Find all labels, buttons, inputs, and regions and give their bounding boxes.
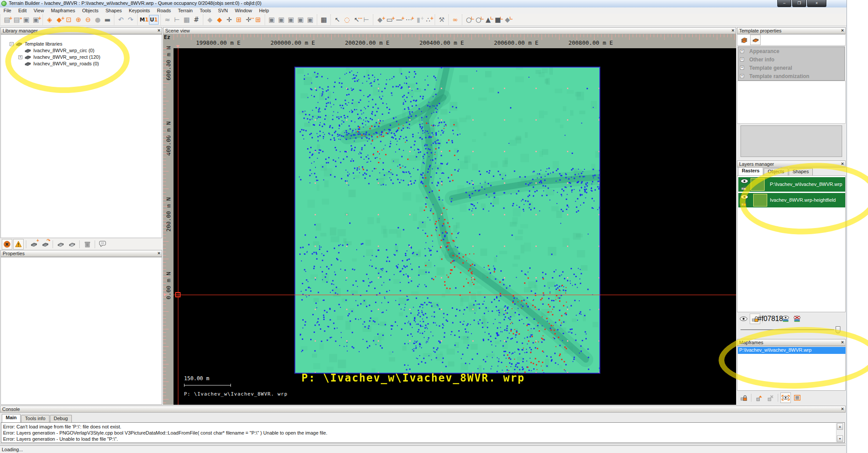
ortho-grid2-icon[interactable]: ⊞ xyxy=(253,15,263,25)
import-library-icon[interactable]: ↷ xyxy=(40,239,50,250)
mapframe-u1-icon[interactable]: U1 xyxy=(149,15,159,25)
rect-sample-icon[interactable]: ■∟ xyxy=(493,15,503,25)
layer-eye-icon[interactable] xyxy=(740,194,748,200)
survey-point-icon[interactable]: ✛ xyxy=(224,15,234,25)
library-tree-item[interactable]: Ivachev_8WVR_wrp_circ (0) xyxy=(18,47,94,54)
save-icon[interactable]: ▣ xyxy=(21,15,31,25)
scene-view-close-icon[interactable]: × xyxy=(732,28,734,33)
frame-export-icon[interactable]: ▣ xyxy=(296,15,305,25)
paint-heights-icon[interactable]: ≈ xyxy=(163,15,172,25)
add-rect-icon[interactable]: ▭+ xyxy=(385,15,394,25)
menu-svn[interactable]: SVN xyxy=(214,8,231,13)
rebuild-terrain-icon[interactable]: ⚒ xyxy=(437,15,446,25)
ruler-icon[interactable]: ⊢ xyxy=(172,15,182,25)
console-scrollbar[interactable]: ▲ ▼ xyxy=(836,423,844,442)
properties-close-icon[interactable]: × xyxy=(158,250,160,256)
menu-view[interactable]: View xyxy=(30,8,48,13)
frame-unlock-icon[interactable]: ▣ xyxy=(286,15,296,25)
pointer-icon[interactable]: ↖ xyxy=(333,15,342,25)
menu-file[interactable]: File xyxy=(0,8,15,13)
layer-lock-icon[interactable] xyxy=(741,201,747,207)
unload-library-icon[interactable] xyxy=(67,239,77,250)
mapframe-m1-icon[interactable]: M1 xyxy=(139,15,149,25)
frame-import-icon[interactable]: ▣ xyxy=(305,15,315,25)
show-all-layers-icon[interactable] xyxy=(780,314,791,324)
library-tree-item[interactable]: +Ivachev_8WVR_wrp_rect (120) xyxy=(18,54,100,60)
menu-help[interactable]: Help xyxy=(255,8,273,13)
scroll-up-icon[interactable]: ▲ xyxy=(837,423,843,430)
mapframe-delete-icon[interactable] xyxy=(765,392,776,403)
mapframe-item[interactable]: P:\Ivachev_w\Ivachev_8WVR.wrp xyxy=(738,347,846,354)
console-tab-main[interactable]: Main xyxy=(2,414,21,422)
library-tree-item[interactable]: Ivachev_8WVR_wrp_roads (0) xyxy=(18,61,99,67)
new-project-icon[interactable]: ▤+ xyxy=(2,15,12,25)
frame-lock-icon[interactable]: ▣ xyxy=(276,15,286,25)
console-tab-tools-info[interactable]: Tools info xyxy=(21,415,49,422)
terrain-sample-icon[interactable]: ▲∟ xyxy=(483,15,493,25)
attach-icon[interactable]: ∞ xyxy=(450,15,460,25)
movie-icon[interactable]: ▬ xyxy=(103,15,112,25)
mapframe-activate-icon[interactable] xyxy=(754,392,764,403)
zoom-in-icon[interactable]: ⊕ xyxy=(74,15,83,25)
template-section-appearance[interactable]: +Appearance xyxy=(738,47,844,55)
add-cube-icon[interactable]: ◆+ xyxy=(375,15,385,25)
cube-sample-icon[interactable]: ◆∟ xyxy=(503,15,512,25)
menu-mapframes[interactable]: Mapframes xyxy=(47,8,78,13)
menu-tools[interactable]: Tools xyxy=(196,8,215,13)
tab-objects[interactable]: Objects xyxy=(764,168,788,175)
template-section-template-general[interactable]: +Template general xyxy=(738,64,844,72)
cube-gray-icon[interactable]: ◆ xyxy=(205,15,215,25)
redo-icon[interactable]: ↷ xyxy=(126,15,135,25)
lasso-icon[interactable]: ◌ xyxy=(342,15,352,25)
tree-expander-icon[interactable]: − xyxy=(10,42,14,46)
menu-window[interactable]: Window xyxy=(231,8,255,13)
selection-rect-icon[interactable]: ⊡ xyxy=(64,15,74,25)
template-library-books-icon[interactable] xyxy=(739,35,749,45)
zoom-sample-icon[interactable]: ○∟ xyxy=(464,15,474,25)
comment-blob-icon[interactable]: ● xyxy=(93,15,103,25)
section-expander-icon[interactable]: + xyxy=(740,57,744,61)
mapframes-close-icon[interactable]: × xyxy=(841,339,844,345)
load-library-icon[interactable] xyxy=(55,239,66,250)
section-expander-icon[interactable]: + xyxy=(740,66,744,70)
library-comment-icon[interactable] xyxy=(97,239,108,250)
warnings-icon[interactable]: ! xyxy=(13,239,24,250)
add-multi-icon[interactable]: ∴+ xyxy=(423,15,433,25)
mapframe-properties-icon[interactable] xyxy=(792,392,802,403)
scroll-down-icon[interactable]: ▼ xyxy=(837,435,843,442)
layer-move-icon[interactable]: #f07818 xyxy=(765,314,776,324)
new-library-icon[interactable]: + xyxy=(28,239,39,250)
template-section-other-info[interactable]: +Other info xyxy=(738,55,844,64)
tab-rasters[interactable]: Rasters xyxy=(738,167,763,175)
layer-opacity-slider[interactable] xyxy=(740,326,840,333)
section-expander-icon[interactable]: + xyxy=(740,74,744,78)
add-object-icon[interactable]: ◆+ xyxy=(54,15,64,25)
frame-properties-icon[interactable]: ▦ xyxy=(319,15,329,25)
layer-lock-icon[interactable] xyxy=(741,185,747,191)
console-tab-debug[interactable]: Debug xyxy=(50,415,72,422)
cube-orange-icon[interactable]: ◆ xyxy=(215,15,224,25)
template-section-template-randomization[interactable]: +Template randomization xyxy=(738,72,844,80)
mapframe-visibility-icon[interactable] xyxy=(780,392,791,403)
layer-row[interactable]: P:\Ivachev_w\Ivachev_8WVR.wrp xyxy=(738,177,845,192)
layer-visibility-icon[interactable] xyxy=(738,314,749,324)
layers-manager-close-icon[interactable]: × xyxy=(841,161,844,166)
measure-icon[interactable]: ⊢ xyxy=(361,15,371,25)
library-manager-close-icon[interactable]: × xyxy=(158,28,160,33)
zoom-sample2-icon[interactable]: ○∟ xyxy=(474,15,483,25)
title-bar[interactable]: Terrain Builder - Ivachev_8WVR : P:\Ivac… xyxy=(0,0,847,8)
tab-shapes[interactable]: Shapes xyxy=(789,168,813,175)
menu-keypoints[interactable]: Keypoints xyxy=(125,8,153,13)
menu-objects[interactable]: Objects xyxy=(78,8,102,13)
library-tree-item[interactable]: −Template libraries xyxy=(10,41,62,47)
template-single-book-icon[interactable] xyxy=(750,35,761,45)
save-as-icon[interactable]: ▣+ xyxy=(31,15,41,25)
remove-errors-icon[interactable] xyxy=(2,239,12,250)
add-points-icon[interactable]: ⋯+ xyxy=(404,15,414,25)
open-project-icon[interactable]: ▤» xyxy=(12,15,21,25)
layer-row[interactable]: Ivachev_8WVR.wrp-heightfield xyxy=(738,193,845,207)
survey-grid-icon[interactable]: ✛⋯ xyxy=(244,15,253,25)
tree-expander-icon[interactable]: + xyxy=(18,55,22,59)
terrain-map-canvas[interactable] xyxy=(294,67,600,374)
minimize-button[interactable]: – xyxy=(777,0,791,7)
